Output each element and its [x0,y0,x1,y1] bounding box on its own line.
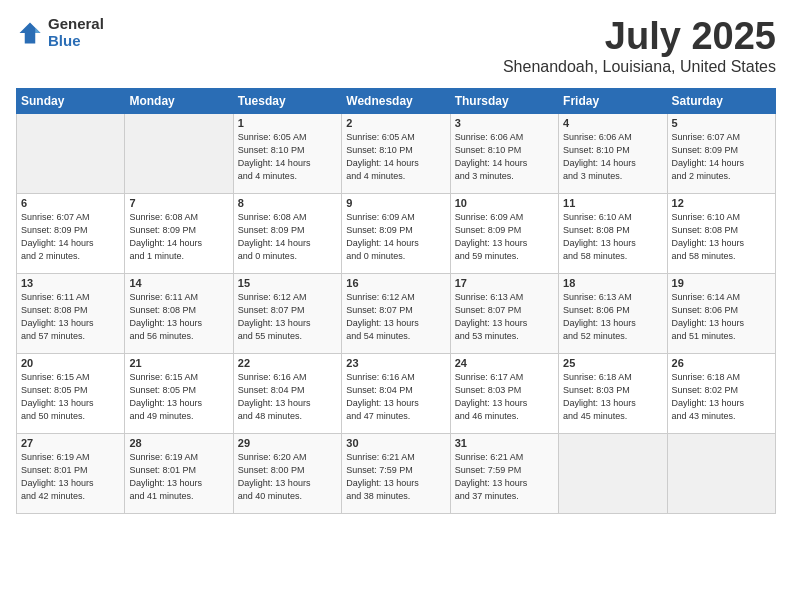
day-number: 11 [563,197,662,209]
day-number: 9 [346,197,445,209]
header-tuesday: Tuesday [233,88,341,113]
day-info: Sunrise: 6:18 AM Sunset: 8:03 PM Dayligh… [563,371,662,423]
day-info: Sunrise: 6:10 AM Sunset: 8:08 PM Dayligh… [563,211,662,263]
calendar-cell: 15Sunrise: 6:12 AM Sunset: 8:07 PM Dayli… [233,273,341,353]
calendar-week-4: 20Sunrise: 6:15 AM Sunset: 8:05 PM Dayli… [17,353,776,433]
day-number: 13 [21,277,120,289]
calendar-cell: 5Sunrise: 6:07 AM Sunset: 8:09 PM Daylig… [667,113,775,193]
day-info: Sunrise: 6:19 AM Sunset: 8:01 PM Dayligh… [129,451,228,503]
day-info: Sunrise: 6:19 AM Sunset: 8:01 PM Dayligh… [21,451,120,503]
calendar-cell: 19Sunrise: 6:14 AM Sunset: 8:06 PM Dayli… [667,273,775,353]
calendar-cell: 10Sunrise: 6:09 AM Sunset: 8:09 PM Dayli… [450,193,558,273]
day-number: 14 [129,277,228,289]
calendar-week-2: 6Sunrise: 6:07 AM Sunset: 8:09 PM Daylig… [17,193,776,273]
day-info: Sunrise: 6:18 AM Sunset: 8:02 PM Dayligh… [672,371,771,423]
calendar-cell: 26Sunrise: 6:18 AM Sunset: 8:02 PM Dayli… [667,353,775,433]
calendar-cell: 23Sunrise: 6:16 AM Sunset: 8:04 PM Dayli… [342,353,450,433]
day-info: Sunrise: 6:12 AM Sunset: 8:07 PM Dayligh… [346,291,445,343]
calendar-cell: 8Sunrise: 6:08 AM Sunset: 8:09 PM Daylig… [233,193,341,273]
day-info: Sunrise: 6:21 AM Sunset: 7:59 PM Dayligh… [455,451,554,503]
calendar-cell: 16Sunrise: 6:12 AM Sunset: 8:07 PM Dayli… [342,273,450,353]
calendar-week-1: 1Sunrise: 6:05 AM Sunset: 8:10 PM Daylig… [17,113,776,193]
day-info: Sunrise: 6:09 AM Sunset: 8:09 PM Dayligh… [346,211,445,263]
day-info: Sunrise: 6:14 AM Sunset: 8:06 PM Dayligh… [672,291,771,343]
day-info: Sunrise: 6:05 AM Sunset: 8:10 PM Dayligh… [238,131,337,183]
day-info: Sunrise: 6:15 AM Sunset: 8:05 PM Dayligh… [129,371,228,423]
day-number: 5 [672,117,771,129]
day-number: 23 [346,357,445,369]
day-number: 15 [238,277,337,289]
day-number: 28 [129,437,228,449]
day-info: Sunrise: 6:10 AM Sunset: 8:08 PM Dayligh… [672,211,771,263]
day-info: Sunrise: 6:21 AM Sunset: 7:59 PM Dayligh… [346,451,445,503]
day-info: Sunrise: 6:07 AM Sunset: 8:09 PM Dayligh… [672,131,771,183]
calendar-cell: 14Sunrise: 6:11 AM Sunset: 8:08 PM Dayli… [125,273,233,353]
day-number: 6 [21,197,120,209]
header-thursday: Thursday [450,88,558,113]
calendar-cell: 31Sunrise: 6:21 AM Sunset: 7:59 PM Dayli… [450,433,558,513]
calendar-cell: 20Sunrise: 6:15 AM Sunset: 8:05 PM Dayli… [17,353,125,433]
header-wednesday: Wednesday [342,88,450,113]
day-number: 31 [455,437,554,449]
day-info: Sunrise: 6:06 AM Sunset: 8:10 PM Dayligh… [563,131,662,183]
day-info: Sunrise: 6:11 AM Sunset: 8:08 PM Dayligh… [129,291,228,343]
day-number: 12 [672,197,771,209]
day-number: 20 [21,357,120,369]
calendar-week-3: 13Sunrise: 6:11 AM Sunset: 8:08 PM Dayli… [17,273,776,353]
calendar-body: 1Sunrise: 6:05 AM Sunset: 8:10 PM Daylig… [17,113,776,513]
day-number: 8 [238,197,337,209]
calendar-cell: 21Sunrise: 6:15 AM Sunset: 8:05 PM Dayli… [125,353,233,433]
calendar-cell: 24Sunrise: 6:17 AM Sunset: 8:03 PM Dayli… [450,353,558,433]
header-monday: Monday [125,88,233,113]
page-title: July 2025 [503,16,776,58]
day-info: Sunrise: 6:08 AM Sunset: 8:09 PM Dayligh… [129,211,228,263]
calendar-cell: 11Sunrise: 6:10 AM Sunset: 8:08 PM Dayli… [559,193,667,273]
calendar-cell: 25Sunrise: 6:18 AM Sunset: 8:03 PM Dayli… [559,353,667,433]
calendar-cell: 30Sunrise: 6:21 AM Sunset: 7:59 PM Dayli… [342,433,450,513]
calendar-cell: 6Sunrise: 6:07 AM Sunset: 8:09 PM Daylig… [17,193,125,273]
calendar-cell [559,433,667,513]
day-number: 21 [129,357,228,369]
day-info: Sunrise: 6:11 AM Sunset: 8:08 PM Dayligh… [21,291,120,343]
calendar-cell: 22Sunrise: 6:16 AM Sunset: 8:04 PM Dayli… [233,353,341,433]
day-number: 25 [563,357,662,369]
day-info: Sunrise: 6:05 AM Sunset: 8:10 PM Dayligh… [346,131,445,183]
calendar-cell: 18Sunrise: 6:13 AM Sunset: 8:06 PM Dayli… [559,273,667,353]
logo: General Blue [16,16,104,49]
header-sunday: Sunday [17,88,125,113]
logo-blue-text: Blue [48,33,104,50]
calendar-cell: 2Sunrise: 6:05 AM Sunset: 8:10 PM Daylig… [342,113,450,193]
day-number: 22 [238,357,337,369]
header-saturday: Saturday [667,88,775,113]
day-number: 7 [129,197,228,209]
logo-general-text: General [48,16,104,33]
day-number: 27 [21,437,120,449]
day-number: 4 [563,117,662,129]
calendar-cell [17,113,125,193]
svg-marker-1 [35,27,40,32]
day-number: 24 [455,357,554,369]
header-row: SundayMondayTuesdayWednesdayThursdayFrid… [17,88,776,113]
calendar-cell: 3Sunrise: 6:06 AM Sunset: 8:10 PM Daylig… [450,113,558,193]
title-block: July 2025 Shenandoah, Louisiana, United … [503,16,776,76]
calendar-cell [667,433,775,513]
calendar-cell: 4Sunrise: 6:06 AM Sunset: 8:10 PM Daylig… [559,113,667,193]
day-info: Sunrise: 6:15 AM Sunset: 8:05 PM Dayligh… [21,371,120,423]
calendar-cell: 13Sunrise: 6:11 AM Sunset: 8:08 PM Dayli… [17,273,125,353]
day-info: Sunrise: 6:06 AM Sunset: 8:10 PM Dayligh… [455,131,554,183]
day-number: 17 [455,277,554,289]
day-number: 2 [346,117,445,129]
day-info: Sunrise: 6:12 AM Sunset: 8:07 PM Dayligh… [238,291,337,343]
calendar-cell: 9Sunrise: 6:09 AM Sunset: 8:09 PM Daylig… [342,193,450,273]
day-number: 29 [238,437,337,449]
day-info: Sunrise: 6:20 AM Sunset: 8:00 PM Dayligh… [238,451,337,503]
day-info: Sunrise: 6:17 AM Sunset: 8:03 PM Dayligh… [455,371,554,423]
calendar-cell: 1Sunrise: 6:05 AM Sunset: 8:10 PM Daylig… [233,113,341,193]
page-subtitle: Shenandoah, Louisiana, United States [503,58,776,76]
logo-text: General Blue [48,16,104,49]
day-info: Sunrise: 6:09 AM Sunset: 8:09 PM Dayligh… [455,211,554,263]
day-number: 26 [672,357,771,369]
calendar-cell: 27Sunrise: 6:19 AM Sunset: 8:01 PM Dayli… [17,433,125,513]
calendar-cell: 12Sunrise: 6:10 AM Sunset: 8:08 PM Dayli… [667,193,775,273]
day-info: Sunrise: 6:16 AM Sunset: 8:04 PM Dayligh… [238,371,337,423]
